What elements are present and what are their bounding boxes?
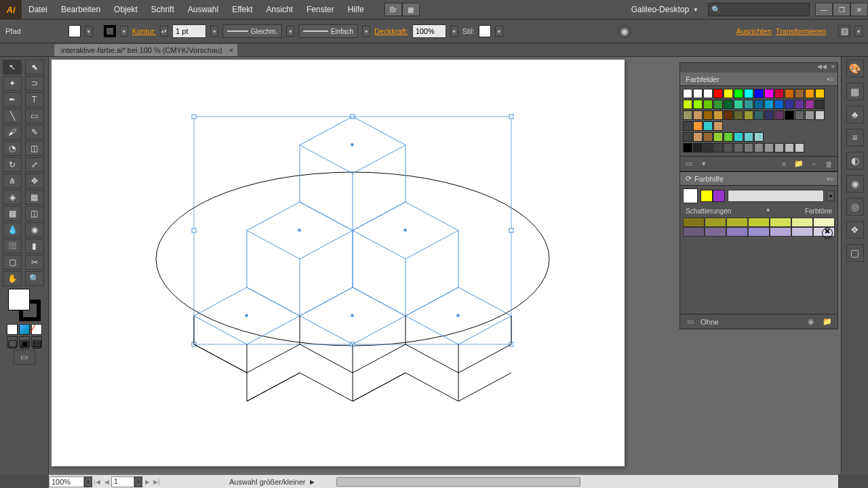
swatch[interactable]: [683, 89, 692, 98]
stroke-stepper[interactable]: ▴▾: [160, 26, 168, 37]
swatch-folder-icon[interactable]: [683, 132, 692, 142]
swatch[interactable]: [703, 132, 713, 142]
paintbrush-tool[interactable]: 🖌: [3, 125, 22, 140]
direct-selection-tool[interactable]: ⬉: [25, 60, 44, 75]
stroke-dropdown[interactable]: ▼: [120, 26, 128, 37]
shade-swatch[interactable]: [770, 218, 791, 227]
swatch[interactable]: [683, 143, 692, 152]
artboards-panel-icon[interactable]: ▢: [846, 244, 864, 262]
swatch-menu-icon[interactable]: ▾: [698, 159, 710, 169]
bridge-icon[interactable]: Br: [384, 3, 402, 16]
swatch[interactable]: [785, 110, 794, 120]
tab-close-icon[interactable]: ×: [229, 47, 233, 54]
swatch[interactable]: [724, 100, 733, 109]
mesh-tool[interactable]: ▩: [3, 206, 22, 221]
swatch[interactable]: [724, 143, 733, 152]
next-page-icon[interactable]: ▶: [142, 476, 152, 487]
menu-effekt[interactable]: Effekt: [225, 0, 259, 19]
workspace-selector[interactable]: Galileo-Desktop ▼: [622, 5, 708, 14]
fill-dropdown[interactable]: ▼: [85, 26, 93, 37]
shade-swatch[interactable]: [683, 227, 705, 237]
swatch[interactable]: [703, 89, 713, 98]
zoom-dropdown[interactable]: ▼: [84, 476, 92, 487]
swatch[interactable]: [754, 132, 764, 142]
stroke-panel-icon[interactable]: ≡: [846, 129, 864, 146]
swatch[interactable]: [805, 100, 814, 109]
perspective-tool[interactable]: ▦: [25, 190, 44, 205]
eyedropper-tool[interactable]: 💧: [3, 222, 22, 237]
swatch[interactable]: [683, 110, 692, 120]
farbfelder-tab[interactable]: Farbfelder ▾≡: [680, 73, 837, 86]
status-dropdown-icon[interactable]: ▶: [310, 479, 315, 485]
opacity-input[interactable]: 100%: [412, 24, 446, 38]
swatch[interactable]: [713, 110, 723, 120]
swatch[interactable]: [815, 100, 825, 109]
panel-collapse-icon[interactable]: ◀◀: [817, 63, 827, 73]
rectangle-tool[interactable]: ▭: [25, 108, 44, 123]
stroke-label[interactable]: Kontur:: [132, 27, 156, 35]
base-color-swatch[interactable]: [683, 188, 698, 203]
swatch[interactable]: [754, 89, 764, 98]
guide-color[interactable]: [701, 190, 713, 202]
panel-close-icon[interactable]: ×: [831, 63, 835, 73]
color-panel-icon[interactable]: 🎨: [846, 60, 864, 77]
minimize-button[interactable]: —: [815, 3, 833, 16]
blend-tool[interactable]: ◉: [25, 222, 44, 237]
swatch[interactable]: [693, 89, 703, 98]
shade-swatch[interactable]: [791, 227, 813, 237]
pencil-tool[interactable]: ✎: [25, 125, 44, 140]
document-tab[interactable]: interaktive-farbe.ai* bei 100 % (CMYK/Vo…: [54, 44, 237, 56]
swatch[interactable]: [744, 100, 753, 109]
swatch-library-icon[interactable]: ▭: [683, 159, 695, 169]
rotate-tool[interactable]: ↻: [3, 157, 22, 172]
artboard-tool[interactable]: ▢: [3, 255, 22, 270]
menu-datei[interactable]: Datei: [22, 0, 54, 19]
save-color-group-icon[interactable]: 📁: [821, 317, 833, 327]
screen-mode-presentation[interactable]: ▤: [31, 336, 42, 347]
swatch[interactable]: [795, 110, 804, 120]
shade-swatch[interactable]: [683, 218, 705, 227]
slice-tool[interactable]: ✂: [25, 255, 44, 270]
style-select[interactable]: Einfach: [298, 24, 358, 38]
fill-swatch[interactable]: [68, 25, 81, 37]
swatch[interactable]: [734, 89, 743, 98]
symbols-panel-icon[interactable]: ♣: [846, 106, 864, 123]
page-input[interactable]: 1: [111, 476, 134, 487]
swatch[interactable]: [754, 110, 764, 120]
shade-swatch[interactable]: [748, 218, 770, 227]
page-dropdown[interactable]: ▼: [134, 476, 142, 487]
selection-tool[interactable]: ↖: [3, 60, 22, 75]
color-mode-gradient[interactable]: [19, 324, 30, 335]
swatch[interactable]: [703, 110, 713, 120]
width-tool[interactable]: ⋔: [3, 174, 22, 188]
swatch[interactable]: [744, 110, 753, 120]
screen-mode-full[interactable]: ▣: [19, 336, 30, 347]
menu-ansicht[interactable]: Ansicht: [260, 0, 300, 19]
swatch[interactable]: [795, 89, 804, 98]
free-transform-tool[interactable]: ✥: [25, 174, 44, 188]
magic-wand-tool[interactable]: ✦: [3, 76, 22, 91]
fill-color-icon[interactable]: [8, 289, 30, 310]
shade-swatch[interactable]: [770, 227, 791, 237]
opacity-label[interactable]: Deckkraft:: [374, 27, 408, 35]
appearance-panel-icon[interactable]: ◎: [846, 198, 864, 216]
swatch[interactable]: [744, 89, 753, 98]
swatch[interactable]: [713, 89, 723, 98]
swatch[interactable]: [703, 121, 713, 131]
close-button[interactable]: ✕: [850, 3, 868, 16]
swatch[interactable]: [744, 143, 753, 152]
shade-swatch[interactable]: [791, 218, 813, 227]
farbhilfe-tab[interactable]: ⟳ Farbhilfe ▾≡: [680, 172, 837, 186]
swatch[interactable]: [774, 143, 784, 152]
artboard[interactable]: [52, 60, 625, 466]
harmony-select[interactable]: [728, 190, 824, 202]
swatches-panel-icon[interactable]: ▦: [846, 83, 864, 100]
swatch[interactable]: [724, 89, 733, 98]
swatch[interactable]: [764, 100, 774, 109]
swatch[interactable]: [785, 143, 794, 152]
recolor-icon[interactable]: ◉: [618, 24, 631, 38]
swatch[interactable]: [693, 132, 703, 142]
panel-menu-icon[interactable]: ▾≡: [827, 76, 833, 83]
swatch[interactable]: [734, 110, 743, 120]
swatch[interactable]: [734, 143, 743, 152]
